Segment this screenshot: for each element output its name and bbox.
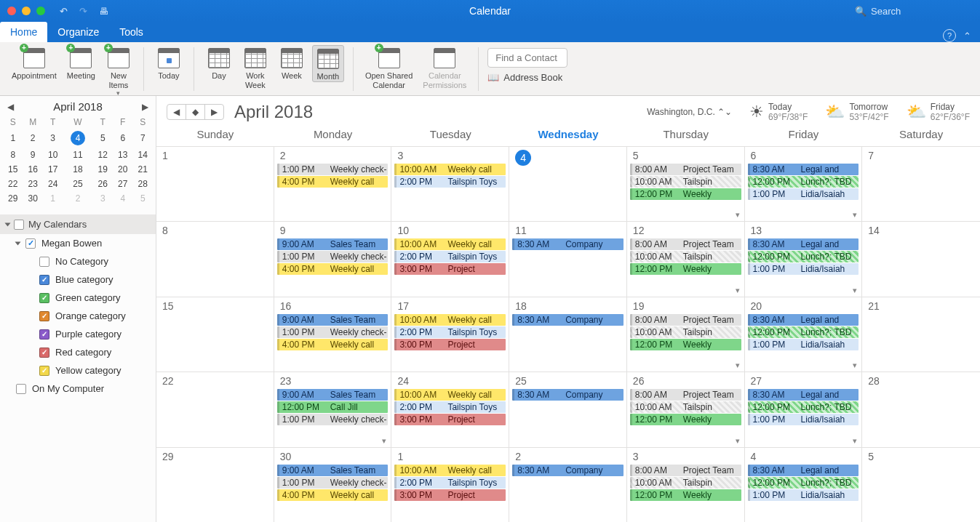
calendar-event[interactable]: 9:00 AMSales Team bbox=[277, 465, 389, 476]
mini-day[interactable]: 2 bbox=[23, 129, 42, 148]
mini-day[interactable]: 5 bbox=[132, 191, 153, 206]
calendar-cell[interactable]: 208:30 AMLegal and12:00 PMLunch?; TBD1:0… bbox=[745, 297, 863, 372]
more-events-icon[interactable]: ▾ bbox=[853, 361, 857, 370]
zoom-window-button[interactable] bbox=[36, 7, 45, 15]
calendar-event[interactable]: 8:30 AMLegal and bbox=[748, 238, 859, 250]
calendar-event[interactable]: 1:00 PMWeekly check- bbox=[277, 164, 389, 175]
nav-today-icon[interactable]: ◆ bbox=[186, 105, 205, 119]
calendar-event[interactable]: 1:00 PMLidia/Isaiah bbox=[748, 339, 859, 350]
calendar-event[interactable]: 10:00 AMTailspin bbox=[630, 176, 741, 188]
ribbon-view-month[interactable]: Month bbox=[312, 45, 344, 82]
mini-day[interactable]: 9 bbox=[23, 148, 42, 162]
calendar-cell[interactable]: 310:00 AMWeekly call2:00 PMTailspin Toys bbox=[391, 146, 509, 221]
ribbon-new-2[interactable]: +New Items▾ bbox=[103, 45, 135, 97]
calendar-event[interactable]: 8:30 AMCompany bbox=[512, 238, 624, 250]
mini-next-month-icon[interactable]: ▶ bbox=[142, 102, 148, 112]
category-item[interactable]: Red category bbox=[0, 343, 156, 361]
calendar-cell[interactable]: 268:00 AMProject Team10:00 AMTailspin12:… bbox=[627, 372, 745, 446]
mini-day[interactable]: 27 bbox=[113, 177, 132, 191]
calendar-cell[interactable]: 309:00 AMSales Team1:00 PMWeekly check-4… bbox=[274, 447, 392, 522]
calendar-event[interactable]: 9:00 AMSales Team bbox=[277, 314, 389, 326]
calendar-event[interactable]: 10:00 AMTailspin bbox=[630, 477, 741, 489]
mini-day[interactable]: 14 bbox=[132, 148, 153, 162]
calendar-event[interactable]: 12:00 PMLunch?; TBD bbox=[748, 176, 859, 188]
mini-day[interactable]: 8 bbox=[3, 148, 23, 162]
calendar-cell[interactable]: 188:30 AMCompany bbox=[509, 297, 627, 372]
calendar-cell[interactable]: 14 bbox=[862, 221, 980, 296]
calendar-event[interactable]: 12:00 PMWeekly bbox=[630, 489, 741, 501]
mini-day[interactable]: 11 bbox=[63, 148, 92, 162]
calendar-event[interactable]: 12:00 PMLunch?; TBD bbox=[748, 251, 859, 262]
calendar-event[interactable]: 8:30 AMLegal and bbox=[748, 465, 859, 476]
mini-day[interactable]: 3 bbox=[93, 191, 113, 206]
on-my-computer-item[interactable]: On My Computer bbox=[0, 380, 156, 398]
ribbon-today-button[interactable]: Today bbox=[153, 45, 185, 81]
mini-day[interactable]: 1 bbox=[3, 129, 23, 148]
search-box[interactable]: 🔍 bbox=[855, 6, 973, 17]
mini-day[interactable]: 4 bbox=[63, 129, 92, 148]
tab-tools[interactable]: Tools bbox=[109, 22, 154, 42]
mini-day[interactable]: 20 bbox=[113, 162, 132, 177]
calendar-event[interactable]: 8:00 AMProject Team bbox=[630, 389, 741, 401]
calendar-event[interactable]: 10:00 AMTailspin bbox=[630, 401, 741, 413]
mini-day[interactable]: 21 bbox=[132, 162, 153, 177]
calendar-cell[interactable]: 21 bbox=[862, 297, 980, 372]
mini-day[interactable]: 6 bbox=[113, 129, 132, 148]
mini-day[interactable]: 2 bbox=[63, 191, 92, 206]
ribbon-view-day[interactable]: Day bbox=[203, 45, 235, 81]
calendar-event[interactable]: 12:00 PMWeekly bbox=[630, 414, 741, 425]
mini-day[interactable]: 10 bbox=[43, 148, 63, 162]
calendar-cell[interactable]: 21:00 PMWeekly check-4:00 PMWeekly call bbox=[274, 146, 392, 221]
category-item[interactable]: Blue category bbox=[0, 270, 156, 289]
calendar-cell[interactable]: 138:30 AMLegal and12:00 PMLunch?; TBD1:0… bbox=[745, 221, 863, 296]
calendar-cell[interactable]: 128:00 AMProject Team10:00 AMTailspin12:… bbox=[627, 221, 745, 296]
mini-prev-month-icon[interactable]: ◀ bbox=[7, 102, 14, 112]
mini-day[interactable]: 24 bbox=[43, 177, 63, 191]
category-swatch[interactable] bbox=[39, 275, 49, 285]
calendar-cell[interactable]: 239:00 AMSales Team12:00 PMCall Jill1:00… bbox=[274, 372, 392, 446]
calendar-event[interactable]: 2:00 PMTailspin Toys bbox=[394, 251, 506, 262]
calendar-event[interactable]: 1:00 PMLidia/Isaiah bbox=[748, 263, 859, 275]
account-checkbox[interactable] bbox=[25, 238, 36, 249]
my-calendars-checkbox[interactable] bbox=[14, 220, 24, 230]
category-swatch[interactable] bbox=[39, 329, 49, 340]
mini-day[interactable]: 3 bbox=[43, 129, 63, 148]
category-item[interactable]: Yellow category bbox=[0, 361, 156, 380]
calendar-event[interactable]: 10:00 AMTailspin bbox=[630, 251, 741, 262]
calendar-cell[interactable]: 58:00 AMProject Team10:00 AMTailspin12:0… bbox=[627, 146, 745, 221]
calendar-account-item[interactable]: Megan Bowen bbox=[0, 234, 156, 252]
calendar-event[interactable]: 1:00 PMWeekly check- bbox=[277, 477, 389, 489]
search-input[interactable] bbox=[871, 6, 973, 17]
calendar-event[interactable]: 8:30 AMCompany bbox=[512, 314, 624, 326]
calendar-event[interactable]: 10:00 AMTailspin bbox=[630, 326, 741, 338]
mini-day[interactable]: 26 bbox=[93, 177, 113, 191]
ribbon-share-0[interactable]: +Open Shared Calendar bbox=[362, 45, 415, 89]
calendar-cell[interactable]: 5 bbox=[862, 447, 980, 522]
tab-organize[interactable]: Organize bbox=[47, 22, 109, 42]
calendar-cell[interactable]: 28:30 AMCompany bbox=[509, 447, 627, 522]
calendar-event[interactable]: 8:00 AMProject Team bbox=[630, 238, 741, 250]
calendar-event[interactable]: 1:00 PMLidia/Isaiah bbox=[748, 414, 859, 425]
mini-day[interactable]: 1 bbox=[43, 191, 63, 206]
calendar-cell[interactable]: 22 bbox=[156, 372, 274, 446]
calendar-cell[interactable]: 169:00 AMSales Team1:00 PMWeekly check-4… bbox=[274, 297, 392, 372]
calendar-cell[interactable]: 258:30 AMCompany bbox=[509, 372, 627, 446]
calendar-event[interactable]: 4:00 PMWeekly call bbox=[277, 263, 389, 275]
calendar-event[interactable]: 12:00 PMLunch?; TBD bbox=[748, 401, 859, 413]
calendar-cell[interactable]: 28 bbox=[862, 372, 980, 446]
calendar-event[interactable]: 8:00 AMProject Team bbox=[630, 164, 741, 175]
calendar-cell[interactable]: 68:30 AMLegal and12:00 PMLunch?; TBD1:00… bbox=[745, 146, 863, 221]
weather-location[interactable]: Washington, D.C. ⌃⌄ bbox=[647, 107, 732, 117]
calendar-event[interactable]: 4:00 PMWeekly call bbox=[277, 339, 389, 350]
calendar-event[interactable]: 12:00 PMCall Jill bbox=[277, 401, 389, 413]
calendar-event[interactable]: 1:00 PMLidia/Isaiah bbox=[748, 188, 859, 200]
calendar-event[interactable]: 12:00 PMLunch?; TBD bbox=[748, 326, 859, 338]
mini-day[interactable]: 30 bbox=[23, 191, 42, 206]
ribbon-view-week[interactable]: Week bbox=[276, 45, 308, 81]
calendar-event[interactable]: 10:00 AMWeekly call bbox=[394, 389, 506, 401]
mini-day[interactable]: 23 bbox=[23, 177, 42, 191]
calendar-event[interactable]: 10:00 AMWeekly call bbox=[394, 238, 506, 250]
mini-day[interactable]: 15 bbox=[3, 162, 23, 177]
calendar-event[interactable]: 1:00 PMLidia/Isaiah bbox=[748, 489, 859, 501]
calendar-cell[interactable]: 7 bbox=[862, 146, 980, 221]
